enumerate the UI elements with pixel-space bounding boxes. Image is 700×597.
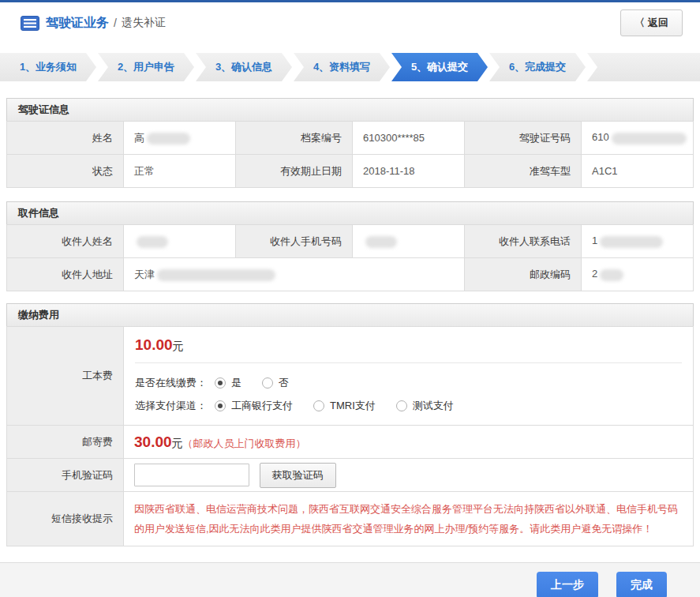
- license-info-section: 驾驶证信息 姓名 高 档案编号 610300****85 驾驶证号码 610 状…: [6, 98, 694, 188]
- sms-tip-text: 因陕西省联通、电信运营商技术问题，陕西省互联网交通安全综合服务管理平台无法向持陕…: [134, 499, 680, 539]
- online-payment-row: 是否在线缴费： 是 否: [135, 371, 682, 394]
- step-1-business-notice[interactable]: 1、业务须知: [0, 53, 96, 81]
- sms-code-input[interactable]: [134, 464, 249, 486]
- production-fee-label: 工本费: [7, 327, 124, 426]
- production-fee-unit: 元: [173, 340, 184, 352]
- fee-divider: [135, 362, 682, 363]
- sms-tip-label: 短信接收提示: [7, 492, 124, 546]
- radio-unselected-icon: [396, 400, 407, 411]
- radio-label: 是: [231, 376, 241, 390]
- payment-table: 工本费 10.00元 是否在线缴费： 是 否 选择支付渠道： 工商银行支付 TM…: [6, 326, 694, 546]
- redaction-blur: [147, 133, 190, 145]
- recipient-name-value: [124, 225, 236, 258]
- recipient-mobile-value: [353, 225, 465, 258]
- step-5-confirm-submit[interactable]: 5、确认提交: [391, 53, 488, 81]
- radio-label: 测试支付: [413, 399, 454, 413]
- postal-code-label: 邮政编码: [465, 258, 582, 291]
- radio-unselected-icon: [313, 400, 324, 411]
- payment-channel-label: 选择支付渠道：: [135, 399, 207, 413]
- previous-step-button[interactable]: 上一步: [537, 572, 598, 597]
- postage-label: 邮寄费: [7, 426, 124, 459]
- back-button[interactable]: 〈返回: [620, 9, 683, 36]
- chevron-left-icon: 〈: [634, 16, 645, 30]
- finish-button[interactable]: 完成: [616, 572, 667, 597]
- table-row: 短信接收提示 因陕西省联通、电信运营商技术问题，陕西省互联网交通安全综合服务管理…: [7, 492, 694, 546]
- valid-until-label: 有效期止日期: [236, 155, 353, 188]
- status-value: 正常: [124, 155, 236, 188]
- payment-channel-row: 选择支付渠道： 工商银行支付 TMRI支付 测试支付: [135, 394, 682, 417]
- valid-until-value: 2018-11-18: [353, 155, 465, 188]
- file-no-label: 档案编号: [236, 122, 353, 155]
- radio-unselected-icon: [262, 377, 273, 389]
- redaction-blur: [600, 269, 623, 281]
- breadcrumb-current: 遗失补证: [122, 16, 166, 30]
- sms-code-label: 手机验证码: [7, 459, 124, 492]
- table-row: 邮寄费 30.00元（邮政人员上门收取费用）: [7, 426, 694, 459]
- recipient-phone-label: 收件人联系电话: [465, 225, 582, 258]
- radio-label: TMRI支付: [330, 399, 376, 413]
- step-6-finish-submit[interactable]: 6、完成提交: [489, 53, 586, 81]
- recipient-name-label: 收件人姓名: [7, 225, 124, 258]
- production-fee-amount: 10.00: [135, 336, 173, 353]
- vehicle-type-value: A1C1: [582, 155, 694, 188]
- step-navigation: 1、业务须知 2、用户申告 3、确认信息 4、资料填写 5、确认提交 6、完成提…: [0, 53, 700, 81]
- table-row: 收件人姓名 收件人手机号码 收件人联系电话 1: [7, 225, 694, 258]
- radio-channel-icbc[interactable]: 工商银行支付: [215, 399, 293, 413]
- page-header: 驾驶证业务 / 遗失补证 〈返回: [0, 2, 700, 43]
- radio-online-yes[interactable]: 是: [215, 376, 241, 390]
- postage-amount: 30.00: [134, 434, 172, 450]
- pickup-info-section: 取件信息 收件人姓名 收件人手机号码 收件人联系电话 1 收件人地址 天津 邮政…: [6, 201, 694, 291]
- status-label: 状态: [7, 155, 124, 188]
- production-fee-cell: 10.00元 是否在线缴费： 是 否 选择支付渠道： 工商银行支付 TMRI支付…: [124, 327, 694, 426]
- page-title: 驾驶证业务: [46, 15, 109, 32]
- sms-code-cell: 获取验证码: [124, 459, 694, 492]
- name-value: 高: [124, 122, 236, 155]
- pickup-info-title: 取件信息: [6, 201, 694, 224]
- license-no-value: 610: [582, 122, 694, 155]
- breadcrumb-separator: /: [114, 17, 117, 29]
- postage-note: （邮政人员上门收取费用）: [183, 437, 306, 449]
- back-button-label: 返回: [648, 16, 668, 30]
- table-row: 手机验证码 获取验证码: [7, 459, 694, 492]
- step-nav-filler: [587, 53, 700, 81]
- payment-section: 缴纳费用 工本费 10.00元 是否在线缴费： 是 否 选择支付渠道： 工商银行…: [6, 303, 694, 546]
- radio-channel-test[interactable]: 测试支付: [396, 399, 454, 413]
- recipient-address-label: 收件人地址: [7, 258, 124, 291]
- step-3-confirm-info[interactable]: 3、确认信息: [196, 53, 292, 81]
- redaction-blur: [600, 236, 663, 248]
- table-row: 工本费 10.00元 是否在线缴费： 是 否 选择支付渠道： 工商银行支付 TM…: [7, 327, 694, 426]
- license-info-title: 驾驶证信息: [6, 98, 694, 121]
- radio-label: 工商银行支付: [231, 399, 293, 413]
- table-row: 状态 正常 有效期止日期 2018-11-18 准驾车型 A1C1: [7, 155, 694, 188]
- redaction-blur: [157, 269, 275, 281]
- radio-selected-icon: [215, 400, 226, 411]
- table-row: 姓名 高 档案编号 610300****85 驾驶证号码 610: [7, 122, 694, 155]
- step-4-fill-data[interactable]: 4、资料填写: [294, 53, 390, 81]
- radio-channel-tmri[interactable]: TMRI支付: [313, 399, 376, 413]
- recipient-mobile-label: 收件人手机号码: [236, 225, 353, 258]
- postal-code-value: 2: [582, 258, 694, 291]
- production-fee-amount-line: 10.00元: [135, 336, 682, 354]
- postage-value: 30.00元（邮政人员上门收取费用）: [124, 426, 694, 459]
- name-label: 姓名: [7, 122, 124, 155]
- table-row: 收件人地址 天津 邮政编码 2: [7, 258, 694, 291]
- license-info-table: 姓名 高 档案编号 610300****85 驾驶证号码 610 状态 正常 有…: [6, 121, 694, 188]
- radio-online-no[interactable]: 否: [262, 376, 289, 390]
- recipient-address-value: 天津: [124, 258, 465, 291]
- sms-tip-cell: 因陕西省联通、电信运营商技术问题，陕西省互联网交通安全综合服务管理平台无法向持陕…: [124, 492, 694, 546]
- radio-selected-icon: [215, 377, 226, 389]
- license-no-label: 驾驶证号码: [465, 122, 582, 155]
- radio-label: 否: [279, 376, 289, 390]
- footer-action-bar: 上一步 完成: [0, 562, 700, 597]
- payment-title: 缴纳费用: [6, 303, 694, 326]
- redaction-blur: [365, 236, 397, 248]
- online-payment-label: 是否在线缴费：: [135, 376, 207, 390]
- get-code-button[interactable]: 获取验证码: [260, 463, 336, 488]
- vehicle-type-label: 准驾车型: [465, 155, 582, 188]
- redaction-blur: [612, 133, 687, 145]
- file-no-value: 610300****85: [353, 122, 465, 155]
- form-list-icon: [21, 16, 39, 31]
- pickup-info-table: 收件人姓名 收件人手机号码 收件人联系电话 1 收件人地址 天津 邮政编码 2: [6, 224, 694, 291]
- postage-unit: 元: [172, 437, 183, 449]
- step-2-user-declaration[interactable]: 2、用户申告: [98, 53, 194, 81]
